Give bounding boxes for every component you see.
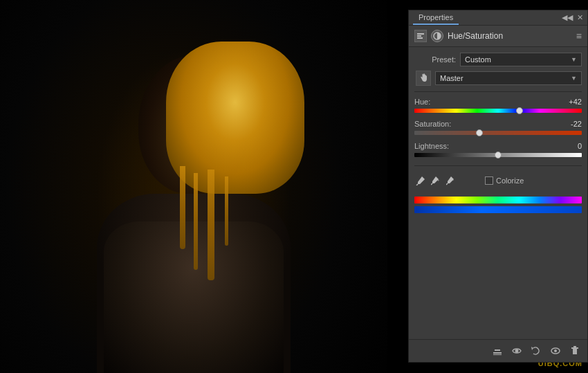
hue-slider-track[interactable] bbox=[414, 109, 582, 113]
colorize-checkbox[interactable] bbox=[485, 176, 493, 185]
clip-to-layer-icon[interactable] bbox=[490, 344, 504, 358]
hue-section: Hue: +42 bbox=[414, 98, 582, 116]
lightness-header: Lightness: 0 bbox=[414, 142, 582, 150]
preset-value: Custom bbox=[465, 55, 491, 64]
separator-1 bbox=[414, 91, 582, 92]
person-figure bbox=[97, 55, 291, 373]
colorize-checkbox-group: Colorize bbox=[485, 176, 524, 185]
preview-eye-icon[interactable] bbox=[549, 344, 562, 358]
preset-arrow-icon: ▼ bbox=[571, 56, 577, 63]
svg-rect-10 bbox=[495, 349, 500, 351]
preset-label: Preset: bbox=[414, 55, 456, 64]
panel-tabs: Properties bbox=[413, 11, 459, 25]
svg-line-8 bbox=[446, 183, 448, 185]
honey-drip-4 bbox=[225, 176, 228, 246]
blue-gradient-bar bbox=[414, 206, 582, 213]
panel-controls: ◀◀ ✕ bbox=[562, 14, 583, 21]
svg-rect-9 bbox=[493, 352, 502, 354]
tab-properties[interactable]: Properties bbox=[413, 11, 459, 25]
svg-point-12 bbox=[515, 349, 519, 353]
channel-row: Master ▼ bbox=[414, 71, 582, 86]
lightness-section: Lightness: 0 bbox=[414, 142, 582, 160]
hue-slider-thumb[interactable] bbox=[516, 107, 523, 114]
collapse-button[interactable]: ◀◀ bbox=[562, 14, 573, 21]
saturation-track-fill bbox=[414, 131, 582, 135]
eyedropper-tools: + - bbox=[414, 174, 457, 187]
svg-rect-1 bbox=[417, 35, 421, 37]
svg-line-6 bbox=[431, 183, 432, 185]
adjustment-icon[interactable] bbox=[414, 30, 427, 42]
svg-rect-2 bbox=[417, 37, 423, 39]
separator-2 bbox=[414, 165, 582, 166]
preset-row: Preset: Custom ▼ bbox=[414, 53, 582, 66]
properties-panel: Properties ◀◀ ✕ Hue/Saturation ≡ Pr bbox=[408, 10, 588, 363]
hue-value: +42 bbox=[561, 98, 582, 106]
svg-point-14 bbox=[554, 349, 557, 352]
panel-menu-icon[interactable]: ≡ bbox=[576, 30, 582, 42]
delete-icon[interactable] bbox=[568, 344, 582, 358]
honey-drip-3 bbox=[208, 170, 214, 280]
lightness-track-fill bbox=[414, 153, 582, 157]
saturation-slider-thumb[interactable] bbox=[476, 129, 483, 136]
preset-dropdown[interactable]: Custom ▼ bbox=[460, 53, 582, 66]
hue-header: Hue: +42 bbox=[414, 98, 582, 106]
honey-drip-2 bbox=[194, 173, 198, 270]
half-circle-icon[interactable] bbox=[431, 30, 443, 42]
saturation-header: Saturation: -22 bbox=[414, 120, 582, 128]
panel-toolbar bbox=[409, 339, 587, 362]
panel-header: Hue/Saturation ≡ bbox=[409, 26, 587, 47]
hue-track-fill bbox=[414, 109, 582, 113]
eyedropper-icon[interactable] bbox=[414, 174, 427, 187]
lightness-slider-thumb[interactable] bbox=[495, 152, 502, 158]
honey-drip-1 bbox=[180, 166, 185, 249]
panel-body: Preset: Custom ▼ Master ▼ Hue: +42 bbox=[409, 47, 587, 339]
lightness-value: 0 bbox=[561, 142, 582, 150]
close-button[interactable]: ✕ bbox=[577, 14, 583, 21]
eyedropper-subtract-icon[interactable]: - bbox=[445, 174, 457, 187]
channel-dropdown[interactable]: Master ▼ bbox=[435, 71, 582, 85]
panel-titlebar: Properties ◀◀ ✕ bbox=[409, 10, 587, 26]
svg-rect-0 bbox=[417, 33, 424, 35]
svg-rect-16 bbox=[571, 347, 578, 349]
reset-icon[interactable] bbox=[529, 344, 543, 358]
saturation-section: Saturation: -22 bbox=[414, 120, 582, 138]
saturation-label: Saturation: bbox=[414, 120, 451, 128]
head-silhouette bbox=[138, 55, 249, 194]
rainbow-gradient-bar bbox=[414, 197, 582, 203]
honey-blob bbox=[166, 42, 304, 194]
saturation-value: -22 bbox=[561, 120, 582, 128]
hue-label: Hue: bbox=[414, 98, 430, 106]
lightness-label: Lightness: bbox=[414, 142, 449, 150]
svg-rect-17 bbox=[573, 346, 576, 347]
saturation-slider-track[interactable] bbox=[414, 131, 582, 135]
hand-tool-icon[interactable] bbox=[416, 71, 431, 86]
svg-text:+: + bbox=[437, 178, 440, 182]
colorize-label: Colorize bbox=[496, 176, 524, 185]
lightness-slider-track[interactable] bbox=[414, 153, 582, 157]
panel-title: Hue/Saturation bbox=[448, 31, 572, 41]
channel-arrow-icon: ▼ bbox=[571, 75, 577, 82]
svg-text:-: - bbox=[452, 178, 454, 182]
svg-line-4 bbox=[416, 184, 418, 185]
colorize-row: + - Colorize bbox=[414, 172, 582, 190]
color-bars bbox=[414, 197, 582, 213]
eyedropper-add-icon[interactable]: + bbox=[430, 174, 442, 187]
channel-value: Master bbox=[440, 74, 463, 82]
svg-rect-15 bbox=[573, 349, 577, 354]
svg-rect-11 bbox=[493, 354, 502, 355]
visibility-toggle-icon[interactable] bbox=[510, 344, 524, 358]
